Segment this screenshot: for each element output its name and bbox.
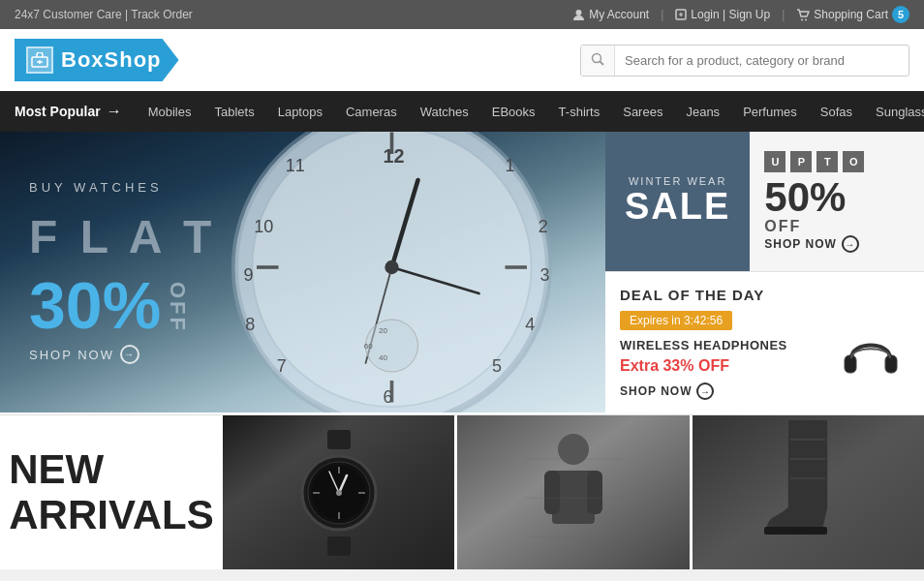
svg-rect-38 (327, 536, 351, 556)
svg-text:20: 20 (379, 326, 387, 335)
logo-text: BoxShop (61, 47, 162, 73)
svg-text:7: 7 (277, 356, 287, 376)
topbar-right: My Account | Login | Sign Up | Shopping … (572, 6, 909, 23)
expires-badge: Expires in 3:42:56 (620, 311, 732, 330)
nav-item-sunglasses[interactable]: Sunglasses (864, 93, 924, 131)
svg-rect-52 (587, 471, 602, 514)
svg-text:10: 10 (254, 217, 273, 236)
right-panels: WINTER WEAR SALE U P T O 50% OFF SHOP NO… (605, 132, 924, 414)
deal-header: DEAL OF THE DAY (620, 287, 909, 303)
nav-item-mobiles[interactable]: Mobiles (137, 93, 203, 131)
most-popular-label: Most Popular → (10, 91, 137, 132)
deal-panel: DEAL OF THE DAY Expires in 3:42:56 WIREL… (605, 272, 924, 414)
deal-circle-arrow-icon: → (696, 382, 714, 400)
arrival-watch-image[interactable] (223, 415, 454, 569)
deal-shop-now[interactable]: SHOP NOW → (620, 382, 822, 400)
upto-t: T (816, 151, 838, 172)
cart-count-badge: 5 (892, 6, 909, 23)
shopping-cart-link[interactable]: Shopping Cart 5 (796, 6, 909, 23)
upto-o: O (843, 151, 864, 172)
shop-now-circle-icon: → (120, 345, 139, 364)
main-content: 12 1 2 3 4 5 6 7 8 9 10 11 20 40 (0, 132, 924, 414)
deal-info: Expires in 3:42:56 WIRELESS HEADPHONES E… (620, 311, 822, 400)
winter-sale-shop-now[interactable]: SHOP NOW → (764, 235, 909, 253)
nav-item-ebooks[interactable]: EBooks (480, 93, 547, 131)
logo[interactable]: BoxShop (15, 39, 179, 81)
search-bar[interactable] (580, 45, 909, 76)
hero-off-text: OFF (165, 282, 190, 333)
nav-item-jeans[interactable]: Jeans (674, 93, 731, 131)
svg-rect-56 (764, 527, 827, 535)
header: BoxShop (0, 29, 924, 91)
svg-text:11: 11 (286, 156, 305, 175)
customer-care-text: 24x7 Customer Care | Track Order (15, 8, 193, 21)
winter-sale-off: OFF (764, 218, 909, 235)
deal-image (832, 311, 909, 400)
hero-flat-text: F L A T (29, 214, 216, 260)
svg-point-7 (593, 53, 601, 62)
search-icon (581, 46, 615, 76)
new-arrivals-label: NEW ARRIVALS (0, 415, 223, 569)
navigation: Most Popular → Mobiles Tablets Laptops C… (0, 91, 924, 132)
svg-point-31 (366, 320, 418, 372)
svg-text:3: 3 (540, 265, 550, 285)
arrow-icon: → (107, 103, 122, 120)
nav-item-sofas[interactable]: Sofas (809, 93, 864, 131)
sale-text: SALE (625, 187, 730, 228)
topbar: 24x7 Customer Care | Track Order My Acco… (0, 0, 924, 29)
svg-text:60: 60 (364, 342, 373, 351)
svg-point-48 (336, 490, 342, 496)
svg-point-2 (801, 18, 803, 20)
new-arrivals-section: NEW ARRIVALS (0, 414, 924, 569)
svg-point-0 (576, 10, 582, 15)
upto-u: U (764, 151, 785, 172)
nav-item-perfumes[interactable]: Perfumes (731, 93, 809, 131)
winter-sale-panel: WINTER WEAR SALE U P T O 50% OFF SHOP NO… (605, 132, 924, 272)
nav-item-laptops[interactable]: Laptops (266, 93, 334, 131)
svg-rect-51 (544, 471, 560, 514)
svg-text:1: 1 (506, 156, 515, 175)
hero-percent: 30% (29, 272, 161, 338)
hero-buy-text: BUY WATCHES (29, 180, 163, 195)
new-arrivals-text: NEW ARRIVALS (9, 447, 214, 536)
svg-rect-36 (885, 355, 897, 373)
winter-sale-right: U P T O 50% OFF SHOP NOW → (750, 132, 924, 271)
svg-text:4: 4 (525, 315, 535, 334)
svg-rect-35 (845, 355, 856, 373)
deal-content: Expires in 3:42:56 WIRELESS HEADPHONES E… (620, 311, 909, 400)
nav-item-watches[interactable]: Watches (409, 93, 480, 131)
svg-rect-57 (788, 420, 827, 430)
my-account-link[interactable]: My Account (572, 8, 649, 21)
upto-row: U P T O (764, 151, 909, 172)
arrival-person-image[interactable] (457, 415, 689, 569)
hero-banner: 12 1 2 3 4 5 6 7 8 9 10 11 20 40 (0, 132, 605, 413)
circle-arrow-icon: → (842, 235, 859, 253)
nav-items: Mobiles Tablets Laptops Cameras Watches … (137, 93, 924, 131)
svg-text:40: 40 (379, 353, 387, 362)
nav-item-sarees[interactable]: Sarees (611, 93, 674, 131)
deal-product-name: WIRELESS HEADPHONES (620, 338, 822, 352)
upto-p: P (790, 151, 812, 172)
svg-rect-37 (327, 430, 351, 449)
deal-discount: Extra 33% OFF (620, 357, 822, 375)
hero-shop-now[interactable]: SHOP NOW → (29, 345, 139, 364)
svg-text:8: 8 (245, 315, 255, 334)
arrival-boots-image[interactable] (693, 415, 924, 569)
svg-text:9: 9 (244, 265, 254, 285)
svg-point-49 (558, 434, 589, 465)
nav-item-tshirts[interactable]: T-shirts (547, 93, 612, 131)
svg-line-8 (601, 61, 604, 65)
nav-item-cameras[interactable]: Cameras (334, 93, 409, 131)
winter-sale-percent: 50% (764, 177, 909, 218)
nav-item-tablets[interactable]: Tablets (202, 93, 265, 131)
svg-text:12: 12 (384, 145, 405, 167)
svg-text:6: 6 (384, 387, 393, 407)
svg-point-30 (385, 260, 398, 274)
hero-flat-section: F L A T (29, 214, 216, 260)
login-signup-link[interactable]: Login | Sign Up (675, 8, 770, 21)
svg-point-3 (805, 18, 807, 20)
svg-text:2: 2 (539, 217, 548, 236)
search-input[interactable] (615, 46, 909, 75)
logo-icon (26, 46, 53, 74)
winter-sale-left: WINTER WEAR SALE (605, 132, 750, 271)
